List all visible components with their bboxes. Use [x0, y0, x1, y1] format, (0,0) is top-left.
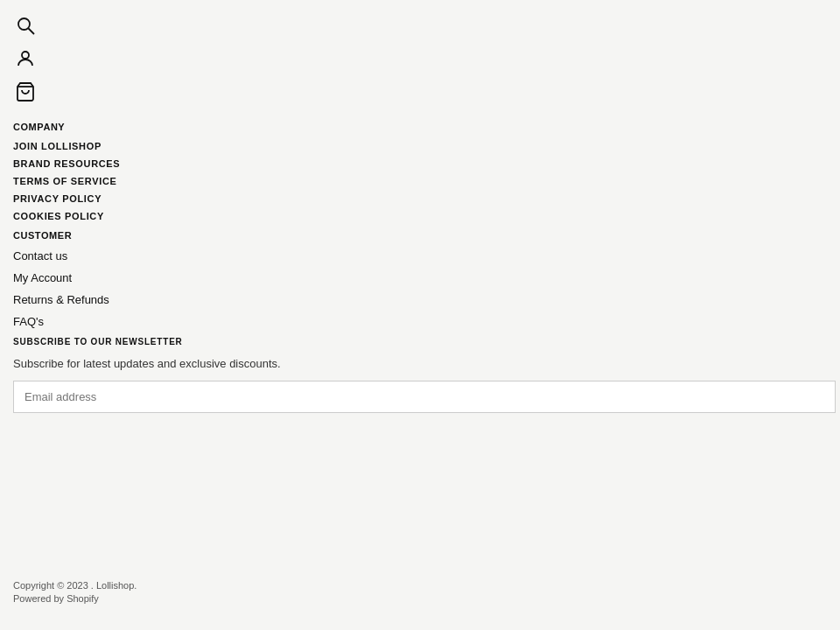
terms-of-service-link[interactable]: TERMS OF SERVICE [13, 176, 827, 186]
returns-refunds-link[interactable]: Returns & Refunds [13, 293, 827, 306]
newsletter-label: SUBSCRIBE TO OUR NEWSLETTER [13, 337, 827, 346]
company-label: COMPANY [13, 122, 827, 132]
contact-us-link[interactable]: Contact us [13, 249, 827, 262]
powered-by-text: Powered by Shopify [13, 593, 136, 604]
search-button[interactable] [13, 13, 38, 38]
account-icon [15, 48, 36, 69]
cookies-policy-link[interactable]: COOKIES POLICY [13, 211, 827, 221]
faqs-link[interactable]: FAQ's [13, 315, 827, 328]
privacy-policy-link[interactable]: PRIVACY POLICY [13, 193, 827, 204]
copyright-text: Copyright © 2023 . Lollishop. [13, 580, 136, 591]
icon-group [13, 13, 827, 104]
svg-line-1 [29, 29, 35, 35]
account-button[interactable] [13, 46, 38, 71]
company-section: COMPANY JOIN LOLLISHOP BRAND RESOURCES T… [13, 122, 827, 221]
newsletter-description: Subscribe for latest updates and exclusi… [13, 357, 827, 370]
svg-point-0 [18, 18, 30, 30]
email-input[interactable] [13, 381, 836, 413]
svg-point-2 [22, 52, 29, 59]
customer-label: CUSTOMER [13, 230, 827, 241]
cart-icon [15, 81, 36, 102]
my-account-link[interactable]: My Account [13, 271, 827, 284]
cart-button[interactable] [13, 80, 38, 104]
footer: Copyright © 2023 . Lollishop. Powered by… [13, 580, 136, 604]
newsletter-section: SUBSCRIBE TO OUR NEWSLETTER Subscribe fo… [13, 337, 827, 413]
search-icon [15, 15, 36, 36]
join-lollishop-link[interactable]: JOIN LOLLISHOP [13, 141, 827, 151]
brand-resources-link[interactable]: BRAND RESOURCES [13, 158, 827, 169]
customer-section: CUSTOMER Contact us My Account Returns &… [13, 230, 827, 328]
